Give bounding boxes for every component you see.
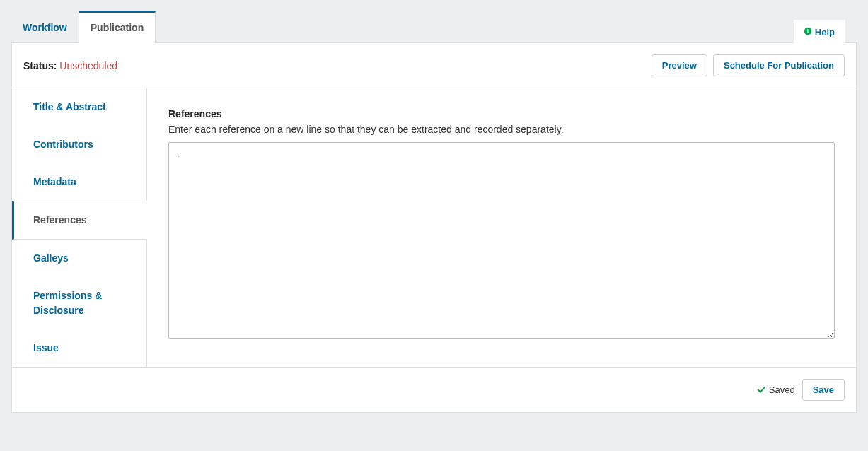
saved-label: Saved — [769, 385, 795, 395]
status-label: Status: — [23, 60, 57, 71]
check-icon — [757, 385, 766, 394]
main-tabs: Workflow Publication — [11, 11, 857, 42]
sidenav-title-abstract[interactable]: Title & Abstract — [12, 88, 146, 126]
help-button[interactable]: i Help — [794, 20, 845, 43]
info-icon: i — [804, 27, 812, 35]
schedule-button[interactable]: Schedule For Publication — [713, 54, 845, 76]
tab-publication[interactable]: Publication — [79, 11, 156, 43]
references-description: Enter each reference on a new line so th… — [168, 124, 835, 135]
tab-workflow[interactable]: Workflow — [11, 13, 79, 42]
sidenav-galleys[interactable]: Galleys — [12, 240, 146, 277]
status-value: Unscheduled — [59, 60, 117, 71]
publication-sidenav: Title & Abstract Contributors Metadata R… — [12, 88, 147, 367]
sidenav-issue[interactable]: Issue — [12, 329, 146, 367]
saved-indicator: Saved — [757, 385, 795, 395]
sidenav-permissions[interactable]: Permissions & Disclosure — [12, 277, 146, 329]
sidenav-references[interactable]: References — [12, 201, 147, 240]
references-heading: References — [168, 108, 835, 119]
preview-button[interactable]: Preview — [652, 54, 707, 76]
publication-panel: Status: Unscheduled Preview Schedule For… — [11, 42, 857, 413]
references-section: References Enter each reference on a new… — [147, 88, 856, 367]
sidenav-contributors[interactable]: Contributors — [12, 126, 146, 163]
status-text: Status: Unscheduled — [23, 60, 117, 71]
save-button[interactable]: Save — [802, 379, 845, 401]
references-textarea[interactable] — [168, 142, 835, 339]
sidenav-metadata[interactable]: Metadata — [12, 163, 146, 201]
help-label: Help — [815, 27, 835, 37]
status-bar: Status: Unscheduled Preview Schedule For… — [12, 43, 856, 88]
footer-bar: Saved Save — [12, 367, 856, 412]
